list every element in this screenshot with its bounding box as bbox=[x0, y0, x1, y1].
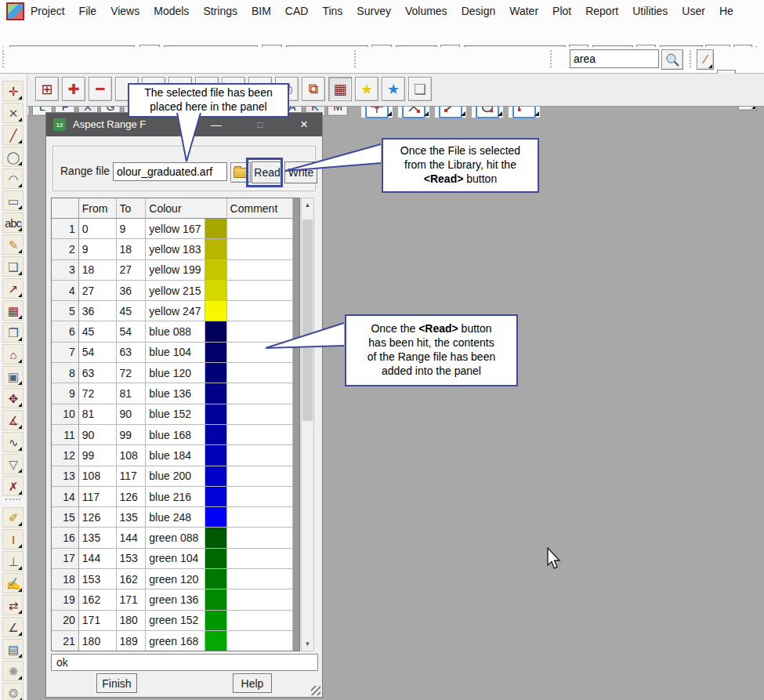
comment-cell[interactable] bbox=[227, 549, 293, 569]
search-input[interactable] bbox=[570, 49, 659, 68]
colour-swatch[interactable] bbox=[205, 487, 227, 507]
colour-cell[interactable]: green 136 bbox=[146, 589, 205, 610]
to-cell[interactable]: 90 bbox=[117, 404, 147, 425]
edit-notes-icon[interactable]: ✍ bbox=[2, 573, 24, 593]
from-cell[interactable]: 135 bbox=[79, 528, 117, 548]
row-number-cell[interactable]: 4 bbox=[52, 281, 79, 301]
colour-swatch[interactable] bbox=[205, 425, 227, 445]
comment-cell[interactable] bbox=[227, 425, 293, 445]
from-cell[interactable]: 18 bbox=[79, 260, 117, 281]
to-cell[interactable]: 54 bbox=[117, 321, 147, 342]
menu-item[interactable]: Report bbox=[578, 5, 625, 17]
to-cell[interactable]: 72 bbox=[117, 363, 147, 383]
comment-cell[interactable] bbox=[227, 281, 293, 301]
row-number-cell[interactable]: 9 bbox=[52, 383, 79, 404]
comment-cell[interactable] bbox=[227, 239, 293, 259]
menu-item[interactable]: Survey bbox=[349, 5, 398, 17]
from-cell[interactable]: 144 bbox=[79, 549, 117, 569]
comment-cell[interactable] bbox=[227, 321, 293, 342]
to-cell[interactable]: 45 bbox=[117, 301, 147, 321]
raster-image-icon[interactable]: ▣ bbox=[2, 366, 24, 386]
row-number-cell[interactable]: 12 bbox=[52, 445, 79, 466]
row-number-cell[interactable]: 10 bbox=[52, 404, 79, 425]
menu-item[interactable]: Tins bbox=[315, 5, 349, 17]
spreadsheet-icon[interactable]: ▦ bbox=[328, 77, 352, 101]
menu-item[interactable]: File bbox=[72, 5, 104, 17]
row-number-cell[interactable]: 16 bbox=[52, 528, 79, 548]
protractor-colour-icon[interactable]: ❂ bbox=[2, 683, 24, 700]
grid-table-icon[interactable]: ▦ bbox=[2, 300, 24, 321]
colour-cell[interactable]: blue 136 bbox=[146, 383, 205, 404]
copy-icon[interactable]: ⧉ bbox=[302, 77, 325, 101]
colour-cell[interactable]: blue 104 bbox=[146, 343, 205, 363]
row-number-cell[interactable]: 13 bbox=[52, 466, 79, 487]
comment-cell[interactable] bbox=[227, 219, 293, 239]
from-cell[interactable]: 72 bbox=[79, 383, 117, 404]
from-cell[interactable]: 63 bbox=[79, 363, 117, 383]
comment-cell[interactable] bbox=[227, 301, 293, 321]
menu-item[interactable]: Water bbox=[502, 5, 545, 17]
toolbar-grip[interactable] bbox=[690, 50, 694, 67]
from-cell[interactable]: 153 bbox=[79, 569, 117, 589]
comment-cell[interactable] bbox=[227, 343, 293, 363]
colour-swatch[interactable] bbox=[205, 281, 227, 301]
draw-pencil-icon[interactable]: ✎ bbox=[2, 234, 24, 255]
road-section-icon[interactable]: ▤ bbox=[2, 639, 24, 659]
row-number-cell[interactable]: 21 bbox=[52, 631, 79, 651]
row-number-cell[interactable]: 19 bbox=[52, 589, 79, 610]
from-cell[interactable]: 90 bbox=[79, 425, 117, 445]
colour-swatch[interactable] bbox=[205, 343, 227, 363]
to-cell[interactable]: 153 bbox=[117, 549, 147, 569]
colour-cell[interactable]: blue 200 bbox=[146, 466, 205, 487]
scrollbar-thumb[interactable] bbox=[302, 219, 313, 421]
colour-swatch[interactable] bbox=[205, 239, 227, 259]
row-number-cell[interactable]: 3 bbox=[52, 260, 79, 281]
to-cell[interactable]: 108 bbox=[117, 445, 147, 466]
snap-arc-icon[interactable]: ◠ bbox=[2, 169, 24, 189]
measure-icon[interactable]: ↗ bbox=[2, 278, 24, 299]
menu-item[interactable]: Views bbox=[103, 5, 147, 17]
row-number-cell[interactable]: 17 bbox=[52, 549, 79, 569]
to-cell[interactable]: 135 bbox=[117, 507, 147, 528]
colour-swatch[interactable] bbox=[205, 466, 227, 487]
to-cell[interactable]: 63 bbox=[117, 343, 147, 363]
to-cell[interactable]: 189 bbox=[117, 631, 147, 651]
save-window-icon[interactable]: ⊞ bbox=[35, 77, 59, 101]
from-cell[interactable]: 36 bbox=[79, 301, 117, 321]
browse-folder-icon[interactable] bbox=[230, 162, 251, 183]
angle-icon[interactable]: ∠ bbox=[2, 617, 24, 637]
copy-views-icon[interactable]: ❐ bbox=[2, 322, 24, 343]
menu-item[interactable]: Models bbox=[147, 5, 196, 17]
row-number-cell[interactable]: 7 bbox=[52, 343, 79, 363]
menu-item[interactable]: CAD bbox=[278, 5, 316, 17]
colour-cell[interactable]: blue 088 bbox=[146, 321, 205, 342]
snap-cross-icon[interactable]: ✕ bbox=[2, 103, 24, 123]
row-number-cell[interactable]: 11 bbox=[52, 425, 79, 445]
colour-swatch[interactable] bbox=[205, 611, 227, 631]
survey-instrument-icon[interactable]: ⊥ bbox=[2, 551, 24, 571]
delete-point-icon[interactable]: ✗ bbox=[2, 476, 24, 496]
row-number-cell[interactable]: 1 bbox=[52, 219, 79, 239]
row-number-cell[interactable]: 6 bbox=[52, 321, 79, 342]
from-cell[interactable]: 99 bbox=[79, 445, 117, 466]
interval-icon[interactable]: I bbox=[2, 529, 24, 549]
comment-cell[interactable] bbox=[227, 528, 293, 548]
app-logo-icon[interactable] bbox=[6, 2, 24, 20]
colour-swatch[interactable] bbox=[205, 569, 227, 589]
comment-cell[interactable] bbox=[227, 404, 293, 425]
colour-swatch[interactable] bbox=[205, 549, 227, 569]
from-cell[interactable]: 171 bbox=[79, 611, 117, 631]
scroll-up-icon[interactable]: ▲ bbox=[302, 198, 313, 212]
from-cell[interactable]: 108 bbox=[79, 466, 117, 487]
measure-string-icon[interactable]: ∕ bbox=[697, 49, 714, 70]
freehand-pencil-icon[interactable]: ✐ bbox=[2, 507, 24, 528]
snap-circle-icon[interactable]: ◯ bbox=[2, 147, 24, 167]
to-cell[interactable]: 144 bbox=[117, 528, 147, 548]
write-button[interactable]: Write bbox=[284, 161, 317, 183]
colour-swatch[interactable] bbox=[205, 219, 227, 239]
colour-swatch[interactable] bbox=[205, 404, 227, 425]
colour-cell[interactable]: blue 152 bbox=[146, 404, 205, 425]
from-cell[interactable]: 180 bbox=[79, 631, 117, 651]
favourites-star-blue-icon[interactable]: ★ bbox=[382, 77, 405, 101]
from-cell[interactable]: 27 bbox=[79, 281, 117, 301]
